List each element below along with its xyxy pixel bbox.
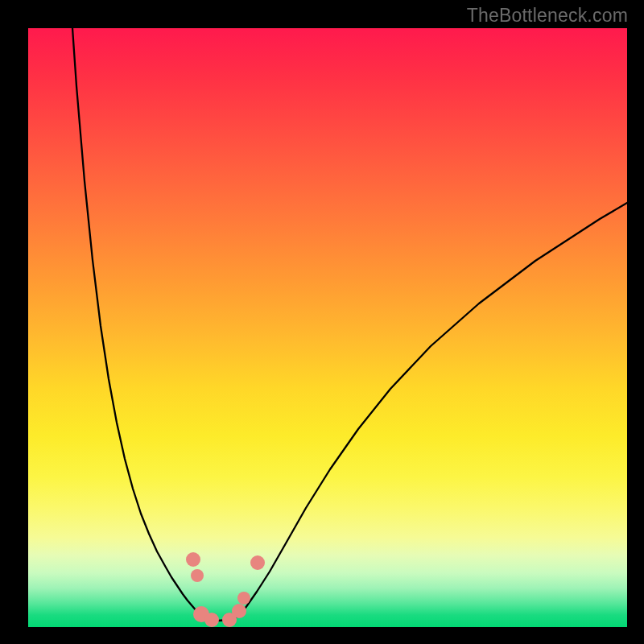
- plot-area: [28, 28, 627, 627]
- valley-marker: [232, 604, 246, 618]
- valley-marker: [186, 552, 200, 567]
- valley-markers: [186, 552, 265, 627]
- valley-marker: [204, 613, 219, 627]
- bottleneck-curve: [72, 28, 627, 621]
- chart-frame: TheBottleneck.com: [0, 0, 644, 644]
- curve-layer: [28, 28, 627, 627]
- valley-marker: [250, 555, 265, 570]
- curve-path: [72, 28, 627, 621]
- valley-marker: [191, 569, 204, 582]
- valley-marker: [237, 592, 250, 605]
- watermark-text: TheBottleneck.com: [467, 5, 628, 27]
